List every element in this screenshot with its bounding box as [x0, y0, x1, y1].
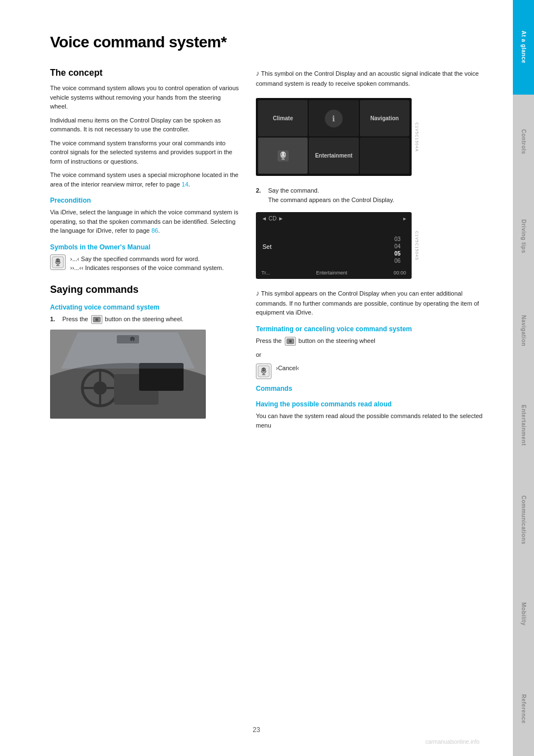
precondition-text: Via iDrive, select the language in which…	[50, 208, 239, 235]
having-heading: Having the possible commands read aloud	[256, 400, 485, 408]
mic-symbol-icon	[50, 254, 66, 270]
cd-set-label: Set	[263, 243, 272, 250]
terminating-or: or	[256, 350, 485, 360]
concept-para-4: The voice command system uses a special …	[50, 170, 239, 189]
svg-point-12	[93, 381, 107, 395]
main-content: Voice command system* The concept The vo…	[0, 0, 513, 756]
svg-rect-2	[57, 259, 59, 262]
watermark: carmanualsonline.info	[426, 739, 479, 745]
display-cell-entertainment: Entertainment	[309, 138, 358, 174]
control-display-container: Climate ℹ Navigation	[256, 92, 412, 181]
cd-track-05: 05	[394, 251, 400, 257]
symbol-row: ›...‹ Say the specified commands word fo…	[50, 254, 239, 273]
cd-display-image: ◄ CD ► ▸ Set 03 04 05 06	[256, 212, 412, 279]
terminating-heading: Terminating or canceling voice command s…	[256, 325, 485, 333]
concept-heading: The concept	[50, 68, 239, 78]
display-cell-center-top: ℹ	[309, 100, 358, 136]
concept-para-2: Individual menu items on the Control Dis…	[50, 116, 239, 134]
sidebar-tab-at-a-glance[interactable]: At a glance	[513, 0, 534, 95]
cd-footer-time: 00:00	[393, 270, 406, 276]
svg-point-6	[95, 318, 98, 321]
cancel-mic-icon	[256, 364, 271, 379]
svg-rect-33	[263, 368, 265, 371]
cd-track-04: 04	[394, 243, 400, 249]
page-title: Voice command system*	[50, 33, 485, 51]
symbol-ready-text: ♪ This symbol on the Control Display and…	[256, 68, 485, 88]
page-link-86[interactable]: 86	[151, 227, 158, 234]
sidebar-tab-communications[interactable]: Communications	[513, 473, 534, 567]
cd-track-03: 03	[394, 236, 400, 242]
svg-point-28	[289, 340, 291, 342]
sidebar-tab-navigation[interactable]: Navigation	[513, 283, 534, 378]
commands-heading: Commands	[256, 385, 485, 392]
display-image-label: C1V5C1504A	[413, 92, 421, 181]
concept-para-1: The voice command system allows you to c…	[50, 84, 239, 111]
sidebar-tab-driving-tips[interactable]: Driving tips	[513, 189, 534, 284]
step-1-text: Press the button on the steering wheel.	[62, 315, 184, 324]
cd-display-container: ◄ CD ► ▸ Set 03 04 05 06	[256, 208, 412, 283]
cancel-command-text: ›Cancel‹	[276, 364, 299, 373]
two-col-layout: The concept The voice command system all…	[50, 68, 485, 434]
symbol-say-text: ›...‹ Say the specified commands word fo…	[70, 256, 200, 262]
steering-button-icon	[91, 315, 102, 324]
sidebar-tab-entertainment[interactable]: Entertainment	[513, 378, 534, 473]
cd-image-label: C1V5C1504S	[413, 208, 421, 283]
display-cell-climate: Climate	[258, 100, 308, 136]
svg-rect-24	[282, 152, 284, 156]
saying-commands-heading: Saying commands	[50, 284, 239, 296]
cd-arrow: ▸	[403, 215, 406, 222]
cd-footer-track: Tr...	[261, 270, 270, 276]
cd-tracks: 03 04 05 06	[276, 236, 400, 264]
page-container: Voice command system* The concept The vo…	[0, 0, 534, 756]
right-column: ♪ This symbol on the Control Display and…	[256, 68, 485, 434]
sidebar-tab-mobility[interactable]: Mobility	[513, 567, 534, 662]
step-2-number: 2.	[256, 186, 264, 204]
cd-nav: ◄ CD ►	[261, 215, 284, 222]
sidebar-tab-controls[interactable]: Controls	[513, 95, 534, 189]
symbols-heading: Symbols in the Owner's Manual	[50, 243, 239, 251]
symbol-text: ›...‹ Say the specified commands word fo…	[70, 254, 224, 273]
cd-footer: Tr... Entertainment 00:00	[261, 270, 406, 276]
cd-footer-label: Entertainment	[316, 270, 347, 276]
terminating-text: Press the button on the steering wheel	[256, 336, 485, 346]
step-1-number: 1.	[50, 315, 58, 324]
control-display-image: Climate ℹ Navigation	[256, 98, 412, 176]
having-text: You can have the system read aloud the p…	[256, 411, 485, 430]
cd-track-06: 06	[394, 258, 400, 264]
sidebar-tab-reference[interactable]: Reference	[513, 661, 534, 756]
display-cell-navigation: Navigation	[360, 100, 409, 136]
symbol-indicates-text: ››...‹‹ Indicates responses of the voice…	[70, 264, 224, 271]
display-cell-empty	[360, 138, 409, 174]
steering-button-icon-2	[285, 337, 296, 346]
car-interior-image: ♪ C1V5C1104A	[50, 330, 206, 419]
left-column: The concept The voice command system all…	[50, 68, 239, 434]
display-cell-mic	[258, 138, 308, 174]
precondition-heading: Precondition	[50, 197, 239, 204]
cancel-row: ›Cancel‹	[256, 364, 485, 379]
step-2: 2. Say the command.The command appears o…	[256, 186, 485, 204]
sidebar: At a glance Controls Driving tips Naviga…	[513, 0, 534, 756]
concept-para-3: The voice command system transforms your…	[50, 139, 239, 166]
step-2-text: Say the command.The command appears on t…	[268, 186, 394, 204]
page-number: 23	[253, 726, 260, 734]
additional-commands-text: ♪ This symbol appears on the Control Dis…	[256, 288, 485, 317]
activating-heading: Activating voice command system	[50, 303, 239, 311]
cd-header: ◄ CD ► ▸	[261, 215, 406, 222]
step-1: 1. Press the button on the steering whee…	[50, 315, 239, 324]
page-link-14[interactable]: 14	[182, 181, 189, 188]
